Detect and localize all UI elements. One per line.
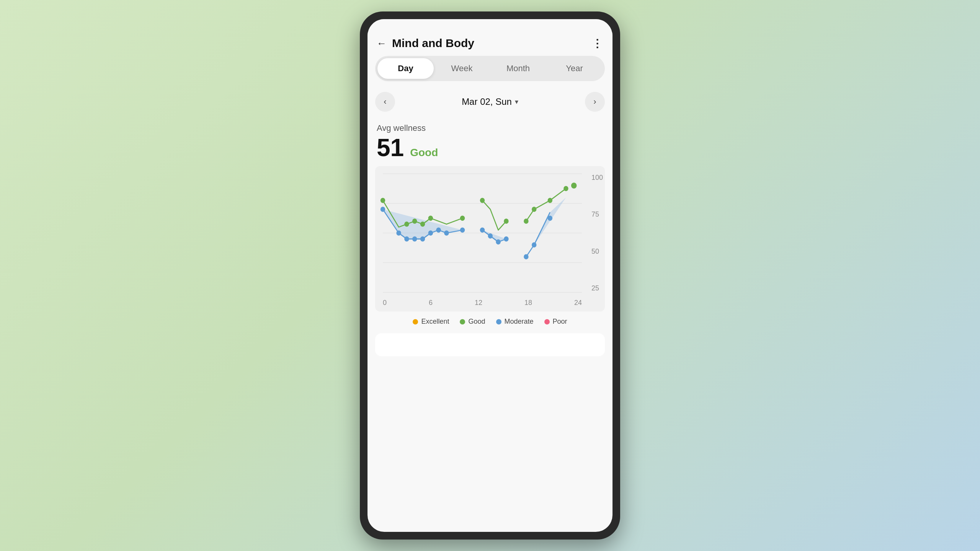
svg-point-7 <box>396 230 401 235</box>
svg-point-32 <box>524 218 528 223</box>
y-label-50: 50 <box>591 248 603 256</box>
svg-point-25 <box>504 236 508 241</box>
good-dot <box>460 319 465 324</box>
tab-bar: Day Week Month Year <box>375 56 605 81</box>
svg-point-10 <box>420 236 425 241</box>
svg-point-19 <box>428 216 433 221</box>
date-display[interactable]: Mar 02, Sun ▾ <box>462 96 518 107</box>
svg-point-36 <box>571 183 577 189</box>
date-navigation: ‹ Mar 02, Sun ▾ › <box>368 89 612 119</box>
svg-point-27 <box>504 218 508 223</box>
x-label-24: 24 <box>574 299 582 307</box>
good-label: Good <box>468 318 485 326</box>
svg-point-9 <box>412 236 417 241</box>
next-date-button[interactable]: › <box>585 92 605 112</box>
excellent-dot <box>413 319 418 324</box>
svg-point-16 <box>404 222 409 227</box>
svg-point-33 <box>532 207 536 212</box>
y-axis-labels: 100 75 50 25 <box>591 174 603 292</box>
date-dropdown-arrow: ▾ <box>515 98 518 106</box>
svg-point-29 <box>524 254 528 259</box>
svg-point-11 <box>428 230 433 235</box>
chart-area: 100 75 50 25 0 6 12 18 24 <box>383 174 582 292</box>
back-button[interactable]: ← <box>377 37 387 49</box>
y-label-100: 100 <box>591 174 603 182</box>
svg-point-34 <box>548 198 552 203</box>
phone-frame: ← Mind and Body ⋮ Day Week Month Year ‹ … <box>360 11 620 540</box>
moderate-label: Moderate <box>505 318 534 326</box>
svg-point-6 <box>381 207 385 212</box>
chart-legend: Excellent Good Moderate Poor <box>368 311 612 329</box>
header: ← Mind and Body ⋮ <box>368 33 612 56</box>
y-label-25: 25 <box>591 284 603 292</box>
moderate-dot <box>496 319 501 324</box>
y-label-75: 75 <box>591 210 603 218</box>
svg-point-18 <box>420 222 425 227</box>
svg-point-22 <box>480 228 485 233</box>
legend-poor: Poor <box>544 318 567 326</box>
legend-good: Good <box>460 318 485 326</box>
tab-day[interactable]: Day <box>377 58 434 79</box>
svg-point-17 <box>412 218 417 223</box>
wellness-section: Avg wellness 51 Good <box>368 119 612 166</box>
svg-point-26 <box>480 198 485 203</box>
wellness-number: 51 <box>377 135 404 160</box>
wellness-value-row: 51 Good <box>377 135 603 160</box>
poor-dot <box>544 319 550 324</box>
svg-point-8 <box>404 236 409 241</box>
tab-month[interactable]: Month <box>490 58 546 79</box>
chevron-right-icon: › <box>593 97 596 107</box>
svg-point-14 <box>460 228 465 233</box>
chevron-left-icon: ‹ <box>384 97 386 107</box>
legend-excellent: Excellent <box>413 318 449 326</box>
page-title: Mind and Body <box>392 37 474 50</box>
x-axis-labels: 0 6 12 18 24 <box>383 299 582 307</box>
tab-year[interactable]: Year <box>546 58 603 79</box>
svg-point-30 <box>532 242 536 247</box>
wellness-label: Avg wellness <box>377 123 603 133</box>
status-bar <box>368 19 612 33</box>
svg-point-12 <box>436 228 441 233</box>
wellness-status: Good <box>410 147 438 159</box>
svg-point-20 <box>460 216 465 221</box>
header-left: ← Mind and Body <box>377 37 474 50</box>
more-options-button[interactable]: ⋮ <box>592 37 603 50</box>
x-label-6: 6 <box>429 299 433 307</box>
poor-label: Poor <box>553 318 567 326</box>
wellness-chart <box>383 174 582 292</box>
x-label-12: 12 <box>475 299 482 307</box>
svg-point-31 <box>548 216 552 221</box>
svg-point-23 <box>488 233 493 238</box>
svg-point-15 <box>381 198 385 203</box>
x-label-0: 0 <box>383 299 387 307</box>
legend-moderate: Moderate <box>496 318 534 326</box>
x-label-18: 18 <box>524 299 532 307</box>
chart-container: 100 75 50 25 0 6 12 18 24 <box>375 166 605 311</box>
phone-screen: ← Mind and Body ⋮ Day Week Month Year ‹ … <box>368 19 612 532</box>
tab-week[interactable]: Week <box>434 58 490 79</box>
svg-point-13 <box>444 230 449 235</box>
svg-point-24 <box>496 240 500 245</box>
excellent-label: Excellent <box>421 318 449 326</box>
bottom-card <box>375 333 605 356</box>
prev-date-button[interactable]: ‹ <box>375 92 395 112</box>
current-date-label: Mar 02, Sun <box>462 96 512 107</box>
svg-point-35 <box>564 186 568 191</box>
